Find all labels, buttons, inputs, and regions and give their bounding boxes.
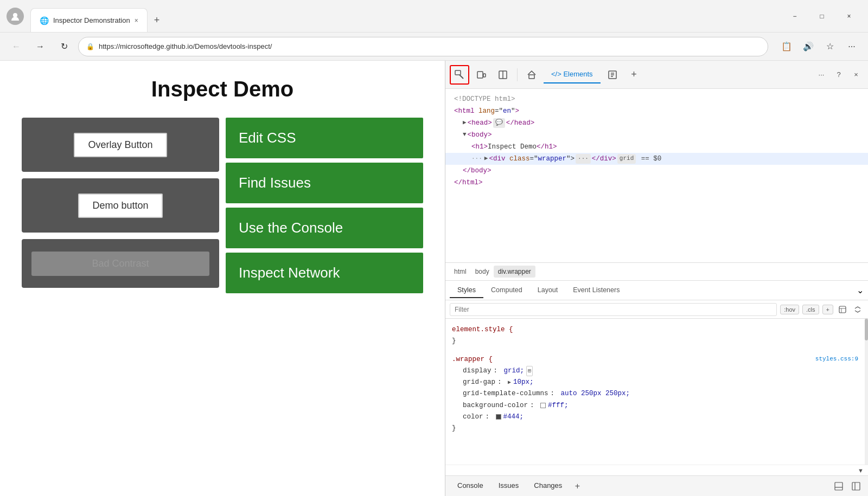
- page-title: Inspect Demo: [22, 77, 423, 101]
- maximize-button[interactable]: □: [809, 8, 834, 25]
- hov-button[interactable]: :hov: [780, 305, 799, 314]
- breadcrumb-wrapper[interactable]: div.wrapper: [494, 266, 535, 278]
- html-panel: <!DOCTYPE html> <html lang =" en " > ▶ <…: [445, 89, 868, 262]
- demo-panel: Demo button: [22, 178, 219, 233]
- css-scrollbar[interactable]: [865, 319, 868, 465]
- css-prop-grid-template: grid-template-columns : auto 250px 250px…: [452, 388, 858, 400]
- element-style-selector: element.style {: [452, 324, 858, 336]
- demo-grid: Overlay Button Demo button Bad Contrast …: [22, 118, 423, 293]
- svg-rect-15: [835, 482, 843, 490]
- inspect-element-button[interactable]: [450, 65, 469, 85]
- devtools-bottom-bar: Console Issues Changes +: [445, 475, 868, 496]
- settings-icon[interactable]: ···: [842, 37, 861, 56]
- styles-source-link[interactable]: styles.css:9: [815, 354, 858, 365]
- html-line-h1: <h1> Inspect Demo </h1>: [445, 141, 868, 153]
- computed-tab[interactable]: Computed: [483, 283, 530, 298]
- html-line-head: ▶ <head> 💬 </head>: [445, 117, 868, 129]
- color-format-icon[interactable]: [837, 304, 848, 315]
- bad-contrast-button[interactable]: Bad Contrast: [31, 252, 209, 276]
- elements-tab[interactable]: </> Elements: [544, 66, 601, 83]
- title-bar: 🌐 Inspector Demonstration × + − □ ×: [0, 0, 868, 33]
- lock-icon: 🔒: [86, 43, 94, 50]
- bottom-right-icons: [831, 479, 864, 494]
- left-column: Overlay Button Demo button Bad Contrast: [22, 118, 219, 293]
- collections-icon[interactable]: 📋: [777, 37, 796, 56]
- overlay-button[interactable]: Overlay Button: [74, 133, 167, 157]
- close-button[interactable]: ×: [837, 8, 861, 25]
- navigation-bar: ← → ↻ 🔒 https://microsoftedge.github.io/…: [0, 33, 868, 61]
- find-issues-button[interactable]: Find Issues: [226, 163, 423, 203]
- inspect-network-button[interactable]: Inspect Network: [226, 253, 423, 293]
- devtools-close-button[interactable]: ×: [848, 67, 864, 82]
- styles-dropdown[interactable]: ⌄: [857, 285, 864, 295]
- svg-rect-12: [839, 306, 846, 313]
- bg-color-swatch: [540, 403, 546, 408]
- window-controls: − □ ×: [782, 8, 861, 25]
- device-emulation-button[interactable]: [471, 65, 491, 85]
- gap-arrow: ▶: [508, 378, 511, 387]
- user-avatar: [7, 8, 24, 25]
- event-listeners-tab[interactable]: Event Listeners: [565, 283, 627, 298]
- back-button[interactable]: ←: [7, 37, 26, 56]
- tab-bar: 🌐 Inspector Demonstration × +: [30, 0, 782, 32]
- svg-point-0: [13, 13, 17, 17]
- issues-tab[interactable]: Issues: [491, 478, 527, 494]
- layout-button[interactable]: [493, 65, 513, 85]
- tab-close-button[interactable]: ×: [135, 17, 138, 24]
- right-column: Edit CSS Find Issues Use the Console Ins…: [226, 118, 423, 293]
- css-overview-button[interactable]: [603, 65, 622, 85]
- overlay-panel: Overlay Button: [22, 118, 219, 172]
- grid-icon: ⊞: [526, 366, 533, 376]
- breadcrumb-html[interactable]: html: [450, 266, 471, 278]
- active-tab[interactable]: 🌐 Inspector Demonstration ×: [30, 8, 148, 32]
- address-bar[interactable]: 🔒 https://microsoftedge.github.io/Demos/…: [78, 37, 768, 56]
- changes-tab[interactable]: Changes: [526, 478, 570, 494]
- forward-button[interactable]: →: [30, 37, 50, 56]
- console-tab[interactable]: Console: [450, 478, 491, 494]
- scroll-down-indicator: ▼: [445, 465, 868, 475]
- demo-button[interactable]: Demo button: [78, 194, 162, 218]
- element-style-close: }: [452, 336, 858, 347]
- undock-icon[interactable]: [848, 479, 864, 494]
- css-scrollbar-thumb: [865, 319, 868, 340]
- layout-tab[interactable]: Layout: [530, 283, 566, 298]
- read-aloud-icon[interactable]: 🔊: [799, 37, 818, 56]
- styles-tab[interactable]: Styles: [450, 283, 483, 298]
- styles-filter-input[interactable]: [450, 303, 777, 316]
- more-tools-button[interactable]: ···: [814, 67, 829, 82]
- minimize-button[interactable]: −: [782, 8, 807, 25]
- css-prop-display: display : grid; ⊞: [452, 365, 858, 377]
- svg-rect-3: [477, 72, 483, 78]
- styles-tabs: Styles Computed Layout Event Listeners ⌄: [445, 281, 868, 300]
- dock-bottom-icon[interactable]: [831, 479, 846, 494]
- plus-button[interactable]: +: [624, 65, 644, 85]
- cls-button[interactable]: .cls: [802, 305, 819, 314]
- home-button[interactable]: [522, 65, 541, 85]
- elements-tab-label: </> Elements: [551, 70, 593, 78]
- html-line-html: <html lang =" en " >: [445, 105, 868, 117]
- svg-rect-1: [455, 70, 461, 75]
- refresh-button[interactable]: ↻: [54, 37, 74, 56]
- color-swatch: [496, 414, 501, 420]
- add-tab-button[interactable]: +: [570, 479, 585, 494]
- html-line-body: ▼ <body>: [445, 129, 868, 141]
- edge-icon: 🌐: [40, 16, 49, 25]
- styles-filter-bar: :hov .cls +: [445, 300, 868, 319]
- edit-css-button[interactable]: Edit CSS: [226, 118, 423, 158]
- use-console-button[interactable]: Use the Console: [226, 208, 423, 248]
- breadcrumb-bar: html body div.wrapper: [445, 262, 868, 281]
- html-line-wrapper[interactable]: ··· ▶ <div class =" wrapper "> ··· </div…: [445, 153, 868, 165]
- svg-rect-4: [483, 74, 486, 77]
- add-style-button[interactable]: +: [822, 305, 833, 314]
- html-line-doctype: <!DOCTYPE html>: [445, 93, 868, 105]
- content-area: Inspect Demo Overlay Button Demo button …: [0, 61, 868, 496]
- new-tab-button[interactable]: +: [148, 8, 167, 32]
- bad-contrast-panel: Bad Contrast: [22, 239, 219, 288]
- favorites-icon[interactable]: ☆: [820, 37, 840, 56]
- expand-icon[interactable]: [852, 304, 864, 315]
- element-style-block: element.style { }: [445, 321, 865, 351]
- help-button[interactable]: ?: [831, 67, 846, 82]
- nav-right-icons: 📋 🔊 ☆ ···: [777, 37, 861, 56]
- browser-window: 🌐 Inspector Demonstration × + − □ × ← → …: [0, 0, 868, 496]
- breadcrumb-body[interactable]: body: [471, 266, 494, 278]
